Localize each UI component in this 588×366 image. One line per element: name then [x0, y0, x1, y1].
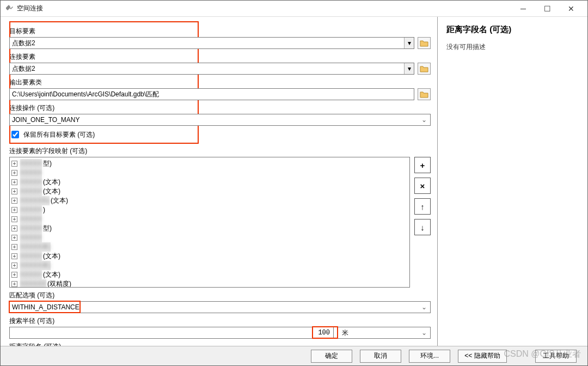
movedown-button[interactable]: ↓: [414, 219, 431, 235]
minimize-button[interactable]: ─: [511, 1, 535, 16]
add-button[interactable]: +: [414, 157, 431, 173]
joinop-select[interactable]: JOIN_ONE_TO_MANY ⌄: [9, 114, 431, 126]
expand-icon[interactable]: +: [11, 225, 17, 231]
joinop-value: JOIN_ONE_TO_MANY: [12, 116, 79, 124]
expand-icon[interactable]: +: [11, 235, 17, 241]
expand-icon[interactable]: +: [11, 272, 17, 278]
help-panel: 距离字段名 (可选) 没有可用描述: [437, 17, 587, 346]
maximize-button[interactable]: ☐: [535, 1, 559, 16]
expand-icon[interactable]: +: [11, 253, 17, 259]
tree-item[interactable]: +XXXXX: [11, 168, 408, 178]
bottom-bar: 确定 取消 环境... << 隐藏帮助 工具帮助: [1, 346, 587, 365]
keep-all-label: 保留所有目标要素 (可选): [23, 130, 95, 139]
expand-icon[interactable]: +: [11, 263, 17, 269]
match-label: 匹配选项 (可选): [9, 291, 431, 300]
env-button[interactable]: 环境...: [409, 350, 450, 363]
help-title: 距离字段名 (可选): [446, 25, 579, 35]
radius-input[interactable]: [9, 327, 334, 339]
tree-item[interactable]: +XXXXX 型): [11, 159, 408, 168]
join-select[interactable]: 点数据2 ▾: [9, 63, 414, 75]
join-label: 连接要素: [9, 52, 431, 62]
output-input[interactable]: C:\Users\joint\Documents\ArcGIS\Default.…: [9, 88, 414, 100]
moveup-button[interactable]: ↑: [414, 198, 431, 215]
folder-icon: [420, 90, 428, 98]
browse-output-button[interactable]: [418, 88, 431, 100]
fieldmap-tree[interactable]: +XXXXX 型)+XXXXX +XXXXX (文本)+XXXXX (文本)+X…: [9, 157, 410, 288]
titlebar: 空间连接 ─ ☐ ✕: [1, 1, 587, 17]
cancel-button[interactable]: 取消: [360, 350, 401, 363]
tree-item[interactable]: +XXXXX: [11, 215, 408, 224]
output-label: 输出要素类: [9, 78, 431, 87]
tree-item[interactable]: +XXXXX 型): [11, 224, 408, 233]
joinop-label: 连接操作 (可选): [9, 103, 431, 113]
fieldmap-label: 连接要素的字段映射 (可选): [9, 147, 431, 156]
join-value: 点数据2: [12, 64, 35, 74]
unit-value: 米: [342, 328, 348, 338]
tree-item[interactable]: +XXXXX (文本): [11, 252, 408, 261]
target-label: 目标要素: [9, 27, 431, 36]
expand-icon[interactable]: +: [11, 188, 17, 194]
help-desc: 没有可用描述: [446, 42, 579, 52]
match-value: WITHIN_A_DISTANCE: [12, 303, 79, 311]
tree-item[interactable]: +XXXXX (文本): [11, 187, 408, 196]
radius-label: 搜索半径 (可选): [9, 316, 431, 326]
target-select[interactable]: 点数据2 ▾: [9, 37, 414, 49]
expand-icon[interactable]: +: [11, 244, 17, 250]
tree-item[interactable]: +XXXXX ): [11, 205, 408, 215]
tree-item[interactable]: +XXXXXXs (文本): [11, 196, 408, 205]
expand-icon[interactable]: +: [11, 216, 17, 222]
chevron-down-icon: ⌄: [421, 329, 427, 337]
tree-item[interactable]: +XXXXX (文本): [11, 270, 408, 279]
tree-item[interactable]: +XXXXX本): [11, 261, 408, 270]
match-select[interactable]: WITHIN_A_DISTANCE ⌄: [9, 301, 431, 313]
keep-all-check-input[interactable]: [11, 131, 19, 138]
expand-icon[interactable]: +: [11, 170, 17, 176]
chevron-down-icon[interactable]: ▾: [404, 38, 414, 48]
tree-item[interactable]: +XXXXX本): [11, 242, 408, 252]
target-value: 点数据2: [12, 39, 35, 48]
browse-target-button[interactable]: [418, 37, 431, 49]
expand-icon[interactable]: +: [11, 198, 17, 204]
chevron-down-icon: ⌄: [421, 303, 427, 311]
tree-item[interactable]: +XXXXX: [11, 233, 408, 242]
browse-join-button[interactable]: [418, 63, 431, 75]
folder-icon: [420, 65, 428, 72]
folder-icon: [420, 39, 428, 47]
distname-label: 距离字段名 (可选): [9, 342, 431, 346]
hammer-icon: [5, 4, 14, 13]
keep-all-checkbox[interactable]: 保留所有目标要素 (可选): [9, 129, 431, 140]
tree-item[interactable]: +XXXXXX (双精度): [11, 279, 408, 288]
expand-icon[interactable]: +: [11, 281, 17, 287]
unit-select[interactable]: 米 ⌄: [337, 327, 431, 339]
window-title: 空间连接: [17, 4, 511, 13]
tree-item[interactable]: +XXXXX (文本): [11, 178, 408, 187]
ok-button[interactable]: 确定: [311, 350, 352, 363]
remove-button[interactable]: ×: [414, 178, 431, 194]
toolhelp-button[interactable]: 工具帮助: [535, 350, 577, 363]
output-value: C:\Users\joint\Documents\ArcGIS\Default.…: [12, 90, 159, 99]
expand-icon[interactable]: +: [11, 179, 17, 185]
close-button[interactable]: ✕: [559, 1, 583, 16]
expand-icon[interactable]: +: [11, 207, 17, 213]
chevron-down-icon[interactable]: ▾: [404, 63, 414, 74]
hidehelp-button[interactable]: << 隐藏帮助: [458, 350, 507, 363]
form-panel: 目标要素 点数据2 ▾ 连接要素 点数据2 ▾: [1, 17, 437, 346]
chevron-down-icon: ⌄: [421, 116, 427, 124]
expand-icon[interactable]: +: [11, 161, 17, 167]
